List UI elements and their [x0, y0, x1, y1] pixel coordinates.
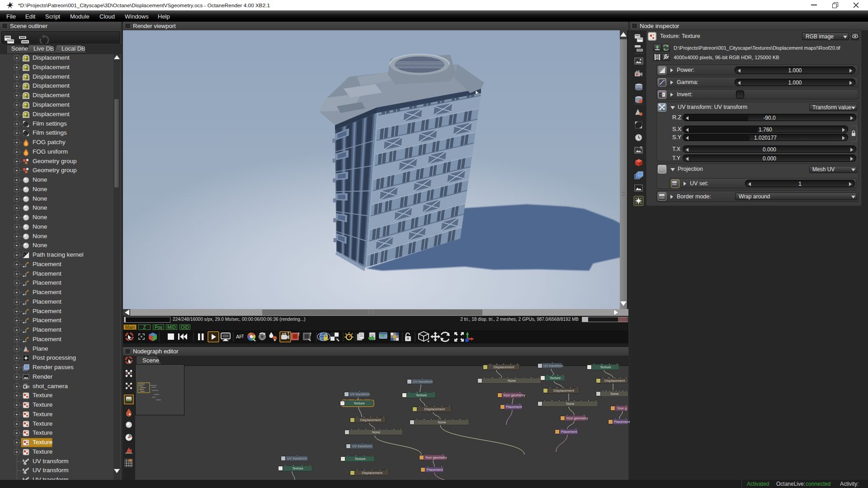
svg-text:AF: AF — [236, 334, 242, 339]
